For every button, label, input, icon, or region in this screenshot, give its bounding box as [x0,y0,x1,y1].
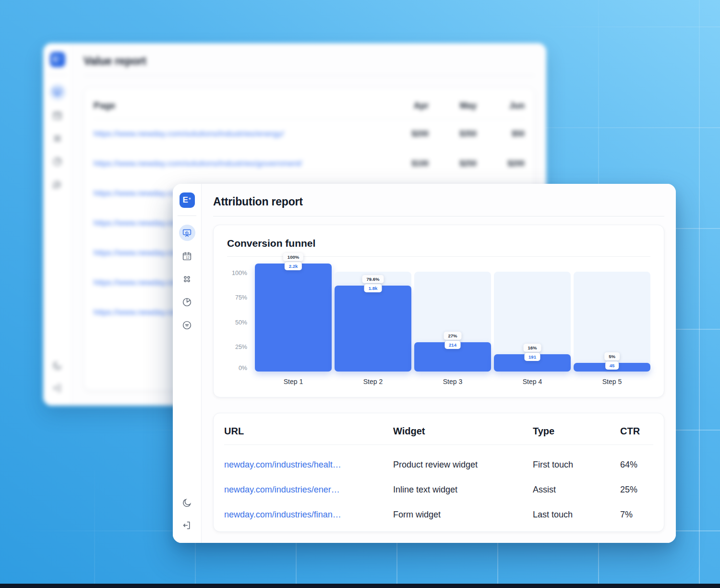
tooltip-percent: 27% [444,332,461,340]
column-header-page: Page [94,100,381,111]
svg-text:12: 12 [186,256,190,259]
y-tick: 25% [235,344,247,350]
column-header-url: URL [224,426,393,437]
apps-grid-icon[interactable] [49,130,66,146]
bar-tooltip: 27% 214 [444,332,461,349]
comments-icon[interactable] [49,176,66,192]
funnel-chart: 100% 75% 50% 25% 0% 100% 2.2k [227,264,650,385]
bar-tooltip: 16% 191 [523,344,541,361]
divider [213,216,664,216]
y-tick: 75% [235,294,247,301]
ctr-cell: 7% [620,510,653,520]
y-tick: 100% [232,270,247,276]
y-tick: 0% [239,365,247,372]
column-header-may: May [429,101,477,111]
back-sidebar: E∗ 12 [43,43,72,406]
tooltip-value: 214 [444,341,461,349]
column-header-widget: Widget [393,426,533,437]
ctr-cell: 25% [620,485,653,495]
value-apr: $100 [381,159,429,168]
front-sidebar: E∗ 12 [173,184,202,543]
bar-tooltip: 5% 45 [604,352,620,370]
funnel-bar[interactable] [255,264,332,372]
funnel-step-column: 100% 2.2k Step 1 [255,264,332,385]
table-row: newday.com/industries/ener… Inline text … [224,485,653,495]
app-logo: E∗ [50,52,65,67]
dark-mode-icon[interactable] [179,494,195,511]
tooltip-value: 2.2k [285,262,302,270]
x-axis-label: Step 3 [414,378,491,385]
reports-icon[interactable] [49,84,66,100]
funnel-step-column: 79.6% 1.8k Step 2 [335,264,411,385]
column-header-type: Type [533,426,620,437]
tooltip-value: 1.8k [364,284,382,292]
ctr-cell: 64% [620,460,653,470]
url-link[interactable]: newday.com/industries/finan… [224,510,341,519]
tooltip-value: 191 [524,353,540,361]
url-link[interactable]: newday.com/industries/ener… [224,485,340,494]
funnel-step-column: 5% 45 Step 5 [574,264,650,385]
svg-text:12: 12 [56,115,60,119]
widget-cell: Product review widget [393,460,533,470]
type-cell: Assist [533,485,620,495]
calendar-icon[interactable]: 12 [49,107,66,123]
funnel-step-column: 16% 191 Step 4 [494,264,571,385]
tooltip-percent: 100% [283,253,303,261]
pie-chart-icon[interactable] [49,153,66,169]
page-title: Attribution report [213,195,664,208]
apps-grid-icon[interactable] [179,271,195,287]
url-link[interactable]: newday.com/industries/healt… [224,460,341,469]
tooltip-value: 45 [605,361,619,370]
chart-title: Conversion funnel [227,238,650,249]
app-logo: E∗ [180,192,195,208]
conversion-funnel-card: Conversion funnel 100% 75% 50% 25% 0% [213,225,664,397]
logout-icon[interactable] [49,380,66,396]
bar-tooltip: 79.6% 1.8k [362,275,384,292]
logout-icon[interactable] [179,517,195,533]
y-tick: 50% [235,319,247,326]
tooltip-percent: 5% [604,352,620,360]
calendar-icon[interactable]: 12 [179,248,195,264]
x-axis-label: Step 1 [255,378,332,385]
column-header-apr: Apr [381,101,429,111]
bar-tooltip: 100% 2.2k [283,253,303,270]
type-cell: Last touch [533,510,620,520]
column-header-jun: Jun [477,101,525,111]
x-axis-label: Step 2 [335,378,411,385]
widget-cell: Inline text widget [393,485,533,495]
value-jun: $200 [477,159,525,168]
y-axis: 100% 75% 50% 25% 0% [227,264,255,372]
divider [84,75,535,76]
x-axis-label: Step 4 [494,378,571,385]
divider [224,444,653,445]
table-row: https://www.newday.com/solutions/industr… [94,119,525,149]
comments-icon[interactable] [179,317,195,333]
tooltip-percent: 16% [523,344,541,352]
widget-cell: Form widget [393,510,533,520]
x-axis-label: Step 5 [574,378,650,385]
table-row: newday.com/industries/healt… Product rev… [224,460,653,470]
value-apr: $200 [381,130,429,138]
tooltip-percent: 79.6% [362,275,384,283]
attribution-report-window: E∗ 12 [173,184,676,543]
value-may: $350 [429,130,477,138]
attribution-table-card: URL Widget Type CTR newday.com/industrie… [213,413,664,532]
funnel-bar[interactable] [335,286,411,372]
table-row: newday.com/industries/finan… Form widget… [224,510,653,520]
sidebar-divider [178,216,196,216]
reports-icon[interactable] [179,225,195,241]
pie-chart-icon[interactable] [179,294,195,310]
page-title: Value report [84,55,535,68]
sidebar-divider [48,75,67,75]
page-url-link[interactable]: https://www.newday.com/solutions/industr… [94,159,381,168]
value-may: $250 [429,159,477,168]
dark-mode-icon[interactable] [49,357,66,373]
column-header-ctr: CTR [620,426,653,437]
funnel-step-column: 27% 214 Step 3 [414,264,491,385]
page-url-link[interactable]: https://www.newday.com/solutions/industr… [94,129,381,139]
table-row: https://www.newday.com/solutions/industr… [94,149,525,179]
value-jun: $50 [477,130,525,138]
bottom-dark-strip [0,584,720,588]
type-cell: First touch [533,460,620,470]
